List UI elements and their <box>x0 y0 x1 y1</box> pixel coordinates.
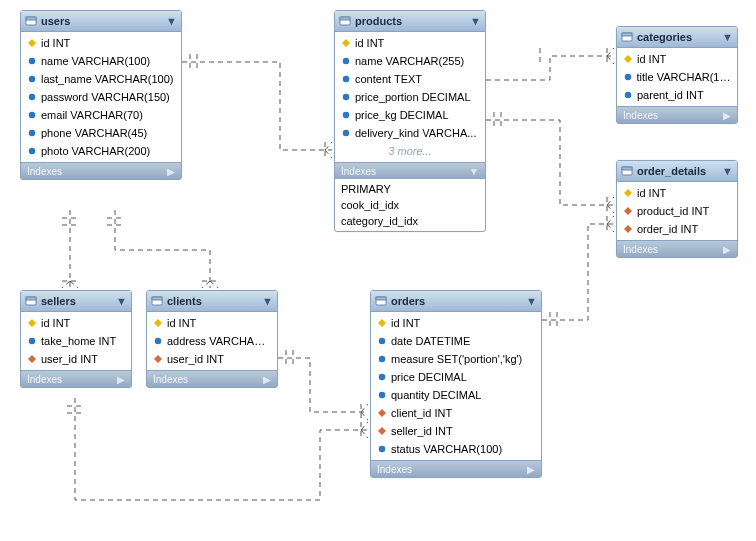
column-row[interactable]: content TEXT <box>335 70 485 88</box>
chevron-right-icon[interactable]: ▶ <box>723 244 731 255</box>
entity-products[interactable]: products▼id INTname VARCHAR(255)content … <box>334 10 486 232</box>
svg-point-42 <box>380 375 385 380</box>
chevron-right-icon[interactable]: ▶ <box>527 464 535 475</box>
column-row[interactable]: name VARCHAR(100) <box>21 52 181 70</box>
chevron-down-icon[interactable]: ▼ <box>470 15 481 27</box>
key-icon <box>377 319 387 327</box>
entity-title: products <box>355 15 470 27</box>
column-row[interactable]: password VARCHAR(150) <box>21 88 181 106</box>
column-row[interactable]: phone VARCHAR(45) <box>21 124 181 142</box>
column-label: price_portion DECIMAL <box>355 91 471 103</box>
entity-title-bar[interactable]: users▼ <box>21 11 181 32</box>
column-row[interactable]: price DECIMAL <box>371 368 541 386</box>
column-row[interactable]: id INT <box>617 184 737 202</box>
column-row[interactable]: order_id INT <box>617 220 737 238</box>
chevron-right-icon[interactable]: ▶ <box>117 374 125 385</box>
entity-order_details[interactable]: order_details▼id INTproduct_id INTorder_… <box>616 160 738 258</box>
fk-icon <box>623 207 633 215</box>
indexes-header[interactable]: Indexes▶ <box>147 370 277 387</box>
svg-marker-2 <box>28 39 36 47</box>
svg-rect-28 <box>26 297 36 300</box>
column-row[interactable]: price_kg DECIMAL <box>335 106 485 124</box>
chevron-down-icon[interactable]: ▼ <box>722 31 733 43</box>
indexes-header[interactable]: Indexes▶ <box>21 370 131 387</box>
entity-orders[interactable]: orders▼id INTdate DATETIMEmeasure SET('p… <box>370 290 542 478</box>
entity-title-bar[interactable]: categories▼ <box>617 27 737 48</box>
entity-title-bar[interactable]: orders▼ <box>371 291 541 312</box>
chevron-right-icon[interactable]: ▶ <box>167 166 175 177</box>
index-row[interactable]: category_id_idx <box>341 213 479 229</box>
column-row[interactable]: quantity DECIMAL <box>371 386 541 404</box>
column-row[interactable]: email VARCHAR(70) <box>21 106 181 124</box>
column-row[interactable]: photo VARCHAR(200) <box>21 142 181 160</box>
indexes-header[interactable]: Indexes▼ <box>335 162 485 179</box>
entity-title: order_details <box>637 165 722 177</box>
column-row[interactable]: product_id INT <box>617 202 737 220</box>
column-label: photo VARCHAR(200) <box>41 145 150 157</box>
entity-users[interactable]: users▼id INTname VARCHAR(100)last_name V… <box>20 10 182 180</box>
attr-icon <box>27 57 37 65</box>
attr-icon <box>27 337 37 345</box>
more-columns[interactable]: 3 more... <box>335 142 485 160</box>
column-row[interactable]: measure SET('portion','kg') <box>371 350 541 368</box>
column-row[interactable]: title VARCHAR(100) <box>617 68 737 86</box>
indexes-label: Indexes <box>27 166 167 177</box>
column-row[interactable]: take_home INT <box>21 332 131 350</box>
entity-title-bar[interactable]: clients▼ <box>147 291 277 312</box>
key-icon <box>27 39 37 47</box>
indexes-header[interactable]: Indexes▶ <box>617 106 737 123</box>
entity-title-bar[interactable]: sellers▼ <box>21 291 131 312</box>
svg-point-41 <box>380 357 385 362</box>
column-row[interactable]: user_id INT <box>21 350 131 368</box>
index-row[interactable]: cook_id_idx <box>341 197 479 213</box>
column-row[interactable]: id INT <box>617 50 737 68</box>
entity-title: categories <box>637 31 722 43</box>
key-icon <box>623 55 633 63</box>
svg-point-5 <box>30 95 35 100</box>
entity-sellers[interactable]: sellers▼id INTtake_home INTuser_id INTIn… <box>20 290 132 388</box>
column-row[interactable]: last_name VARCHAR(100) <box>21 70 181 88</box>
column-row[interactable]: price_portion DECIMAL <box>335 88 485 106</box>
indexes-header[interactable]: Indexes▶ <box>21 162 181 179</box>
indexes-header[interactable]: Indexes▶ <box>371 460 541 477</box>
column-row[interactable]: seller_id INT <box>371 422 541 440</box>
chevron-down-icon[interactable]: ▼ <box>116 295 127 307</box>
column-row[interactable]: client_id INT <box>371 404 541 422</box>
column-label: measure SET('portion','kg') <box>391 353 522 365</box>
column-row[interactable]: status VARCHAR(100) <box>371 440 541 458</box>
column-row[interactable]: name VARCHAR(255) <box>335 52 485 70</box>
attr-icon <box>377 355 387 363</box>
entity-title-bar[interactable]: order_details▼ <box>617 161 737 182</box>
indexes-label: Indexes <box>27 374 117 385</box>
column-row[interactable]: id INT <box>21 314 131 332</box>
entity-title-bar[interactable]: products▼ <box>335 11 485 32</box>
column-label: id INT <box>167 317 196 329</box>
attr-icon <box>153 337 163 345</box>
chevron-right-icon[interactable]: ▶ <box>263 374 271 385</box>
index-row[interactable]: PRIMARY <box>341 181 479 197</box>
column-row[interactable]: address VARCHAR... <box>147 332 277 350</box>
column-row[interactable]: id INT <box>21 34 181 52</box>
column-row[interactable]: id INT <box>147 314 277 332</box>
chevron-down-icon[interactable]: ▼ <box>722 165 733 177</box>
column-row[interactable]: id INT <box>371 314 541 332</box>
chevron-down-icon[interactable]: ▼ <box>469 166 479 177</box>
column-label: id INT <box>41 317 70 329</box>
chevron-right-icon[interactable]: ▶ <box>723 110 731 121</box>
svg-marker-29 <box>28 319 36 327</box>
indexes-label: Indexes <box>341 166 469 177</box>
column-row[interactable]: parent_id INT <box>617 86 737 104</box>
entity-categories[interactable]: categories▼id INTtitle VARCHAR(100)paren… <box>616 26 738 124</box>
column-label: product_id INT <box>637 205 709 217</box>
column-row[interactable]: date DATETIME <box>371 332 541 350</box>
chevron-down-icon[interactable]: ▼ <box>526 295 537 307</box>
column-row[interactable]: id INT <box>335 34 485 52</box>
attr-icon <box>341 93 351 101</box>
chevron-down-icon[interactable]: ▼ <box>262 295 273 307</box>
indexes-header[interactable]: Indexes▶ <box>617 240 737 257</box>
entity-clients[interactable]: clients▼id INTaddress VARCHAR...user_id … <box>146 290 278 388</box>
column-row[interactable]: delivery_kind VARCHA... <box>335 124 485 142</box>
chevron-down-icon[interactable]: ▼ <box>166 15 177 27</box>
column-label: id INT <box>41 37 70 49</box>
column-row[interactable]: user_id INT <box>147 350 277 368</box>
